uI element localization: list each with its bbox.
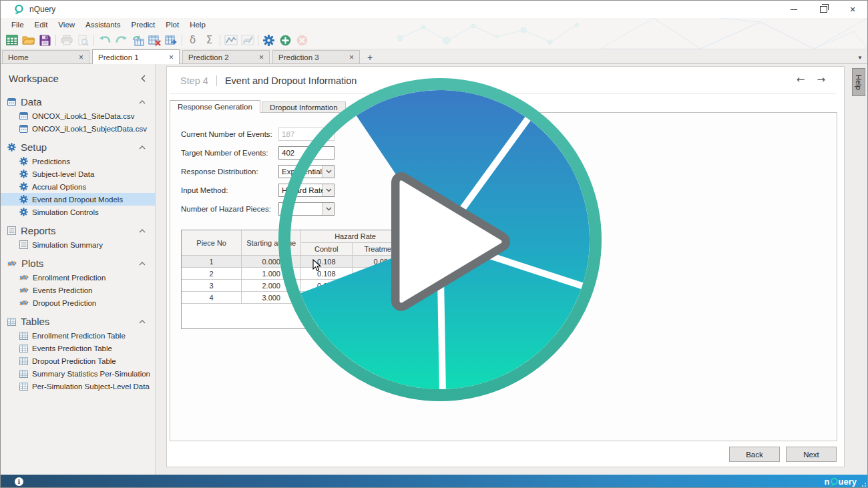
sidebar-item-dropout-prediction[interactable]: Dropout Prediction bbox=[1, 296, 155, 309]
tab-prediction-3[interactable]: Prediction 3× bbox=[272, 50, 360, 63]
sub-tab-bar: Response GenerationDropout Information bbox=[170, 100, 347, 113]
table-cell[interactable] bbox=[352, 292, 410, 304]
new-tab-button[interactable]: + bbox=[363, 51, 377, 63]
table-cell[interactable]: 3.000 bbox=[242, 292, 301, 304]
subtab-response-generation[interactable]: Response Generation bbox=[170, 100, 260, 113]
sidebar-section-header-reports[interactable]: Reports bbox=[1, 223, 155, 238]
chevron-down-icon[interactable] bbox=[322, 184, 334, 196]
table-cell[interactable] bbox=[301, 292, 352, 304]
table-cell[interactable]: 2.000 bbox=[242, 280, 301, 292]
maximize-button[interactable] bbox=[809, 1, 838, 18]
menu-assistants[interactable]: Assistants bbox=[80, 19, 126, 30]
back-button[interactable]: Back bbox=[729, 447, 780, 462]
info-icon[interactable]: i bbox=[15, 477, 23, 486]
tab-overflow-icon[interactable]: ▼ bbox=[857, 55, 863, 61]
table-cell[interactable]: 0.108 bbox=[301, 256, 352, 268]
target-number-of-events-input[interactable]: 402 bbox=[278, 146, 335, 160]
sidebar-item-enrollment-prediction[interactable]: Enrollment Prediction bbox=[1, 271, 155, 284]
menu-predict[interactable]: Predict bbox=[126, 19, 161, 30]
collapse-sidebar-icon[interactable] bbox=[141, 75, 146, 82]
add-icon[interactable] bbox=[277, 33, 294, 47]
sidebar-section-header-data[interactable]: Data bbox=[1, 94, 155, 109]
sidebar-item-subject-level-data[interactable]: Subject-level Data bbox=[1, 168, 155, 180]
table-cell[interactable] bbox=[352, 268, 410, 280]
table-cell[interactable]: 0.08 bbox=[352, 256, 410, 268]
sidebar-item-oncox-ilook1-sitedata-csv[interactable]: ONCOX_iLook1_SiteData.csv bbox=[1, 109, 155, 122]
tab-prediction-2[interactable]: Prediction 2× bbox=[182, 50, 270, 63]
chevron-up-icon[interactable] bbox=[139, 100, 146, 104]
next-step-arrow-icon[interactable]: → bbox=[817, 73, 825, 85]
sidebar-item-simulation-controls[interactable]: Simulation Controls bbox=[1, 206, 155, 218]
next-button[interactable]: Next bbox=[786, 447, 837, 462]
header-area: FileEditViewAssistantsPredictPlotHelp δΣ bbox=[1, 18, 867, 49]
sidebar-section-header-tables[interactable]: Tables bbox=[1, 314, 155, 329]
sigma-icon[interactable]: Σ bbox=[201, 33, 218, 47]
table-icon bbox=[19, 370, 28, 378]
sidebar-item-summary-statistics-per-simulation[interactable]: Summary Statistics Per-Simulation bbox=[1, 367, 155, 380]
save-icon[interactable] bbox=[37, 33, 53, 47]
sidebar-item-dropout-prediction-table[interactable]: Dropout Prediction Table bbox=[1, 354, 155, 367]
open-file-icon[interactable] bbox=[20, 33, 37, 47]
undo-icon[interactable] bbox=[96, 33, 113, 47]
sidebar-item-oncox-ilook1-subjectdata-csv[interactable]: ONCOX_iLook1_SubjectData.csv bbox=[1, 122, 155, 135]
resize-grip[interactable] bbox=[861, 481, 866, 487]
table-cell[interactable]: 4 bbox=[182, 292, 242, 304]
new-table-icon[interactable] bbox=[3, 33, 20, 47]
sidebar-item-enrollment-prediction-table[interactable]: Enrollment Prediction Table bbox=[1, 329, 155, 342]
help-tab[interactable]: Help bbox=[852, 68, 865, 96]
tab-close-icon[interactable]: × bbox=[259, 53, 264, 61]
menu-view[interactable]: View bbox=[53, 19, 80, 30]
delete-table-icon[interactable] bbox=[146, 33, 163, 47]
chevron-up-icon[interactable] bbox=[139, 320, 146, 324]
previous-step-arrow-icon[interactable]: ← bbox=[797, 73, 805, 85]
tab-close-icon[interactable]: × bbox=[169, 53, 174, 61]
input-method-select[interactable]: Hazard Rates bbox=[278, 184, 335, 197]
redo-icon[interactable] bbox=[113, 33, 130, 47]
close-button[interactable]: × bbox=[838, 1, 867, 18]
subtab-dropout-information[interactable]: Dropout Information bbox=[262, 101, 346, 113]
area-plot-icon[interactable] bbox=[239, 33, 256, 47]
chevron-down-icon[interactable] bbox=[322, 203, 334, 215]
table-cell[interactable]: 0.108 bbox=[301, 268, 352, 280]
sidebar-item-events-prediction[interactable]: Events Prediction bbox=[1, 284, 155, 296]
sidebar-item-per-simulation-subject-level-data[interactable]: Per-Simulation Subject-Level Data bbox=[1, 380, 155, 393]
step-label: Step 4 bbox=[180, 75, 208, 86]
table-cell[interactable]: 1.000 bbox=[242, 268, 301, 280]
tab-close-icon[interactable]: × bbox=[349, 53, 354, 61]
append-table-icon[interactable] bbox=[163, 33, 180, 47]
table-cell[interactable] bbox=[352, 280, 410, 292]
sidebar-item-label: Events Prediction bbox=[33, 286, 93, 294]
chevron-up-icon[interactable] bbox=[139, 146, 146, 150]
table-cell[interactable]: 2 bbox=[182, 268, 242, 280]
sidebar-section-header-plots[interactable]: Plots bbox=[1, 256, 155, 271]
sidebar-item-events-prediction-table[interactable]: Events Prediction Table bbox=[1, 342, 155, 354]
tab-home[interactable]: Home× bbox=[2, 50, 89, 63]
chevron-up-icon[interactable] bbox=[139, 262, 146, 266]
sidebar-section-header-setup[interactable]: Setup bbox=[1, 140, 155, 155]
menu-plot[interactable]: Plot bbox=[160, 19, 184, 30]
menu-help[interactable]: Help bbox=[184, 19, 211, 30]
chevron-down-icon[interactable] bbox=[322, 166, 334, 178]
sidebar-item-predictions[interactable]: Predictions bbox=[1, 155, 155, 168]
table-cell[interactable]: 0.108 bbox=[301, 280, 352, 292]
sidebar-item-simulation-summary[interactable]: Simulation Summary bbox=[1, 238, 155, 251]
chevron-up-icon[interactable] bbox=[139, 229, 146, 233]
paste-table-icon[interactable] bbox=[130, 33, 146, 47]
settings-gear-icon[interactable] bbox=[260, 33, 277, 47]
table-cell[interactable]: 3 bbox=[182, 280, 242, 292]
minimize-button[interactable] bbox=[779, 1, 809, 18]
sidebar-section-data: DataONCOX_iLook1_SiteData.csvONCOX_iLook… bbox=[1, 94, 155, 135]
number-of-hazard-pieces-select[interactable]: 4 bbox=[278, 202, 335, 216]
table-cell[interactable]: 0.000 bbox=[242, 256, 301, 268]
sidebar-item-event-and-dropout-models[interactable]: Event and Dropout Models bbox=[1, 193, 155, 206]
menu-edit[interactable]: Edit bbox=[29, 19, 53, 30]
tab-close-icon[interactable]: × bbox=[79, 53, 83, 61]
sidebar-item-accrual-options[interactable]: Accrual Options bbox=[1, 180, 155, 193]
table-cell[interactable]: 1 bbox=[182, 256, 242, 268]
tab-prediction-1[interactable]: Prediction 1× bbox=[92, 49, 180, 64]
sidebar-item-label: Accrual Options bbox=[32, 183, 86, 191]
line-plot-icon[interactable] bbox=[222, 33, 239, 47]
delta-icon[interactable]: δ bbox=[184, 33, 201, 47]
response-distribution-select[interactable]: Exponential bbox=[278, 165, 335, 178]
menu-file[interactable]: File bbox=[6, 19, 29, 30]
